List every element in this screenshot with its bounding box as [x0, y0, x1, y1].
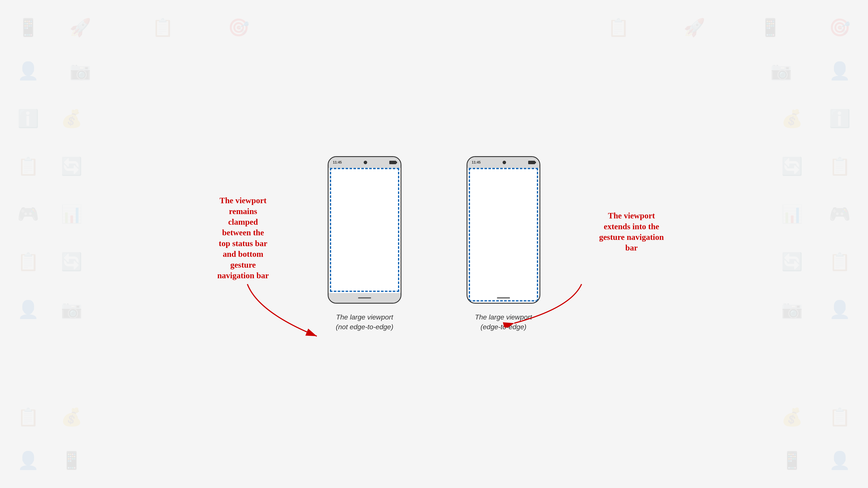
nav-handle-left — [358, 297, 371, 298]
diagram-container: The viewport remains clamped between the… — [328, 156, 540, 332]
viewport-right — [469, 168, 538, 301]
phone-right: 11:45 — [467, 156, 540, 304]
phone-left: 11:45 — [328, 156, 401, 304]
camera-left — [364, 161, 367, 164]
battery-left — [389, 161, 396, 164]
arrow-left — [241, 280, 332, 340]
camera-right — [503, 161, 506, 164]
caption-right: The large viewport (edge-to-edge) — [475, 312, 532, 332]
viewport-left — [330, 168, 399, 292]
time-left: 11:45 — [333, 161, 342, 164]
nav-handle-right — [497, 297, 510, 298]
battery-right — [528, 161, 535, 164]
main-content: The viewport remains clamped between the… — [0, 0, 868, 488]
time-right: 11:45 — [472, 161, 480, 164]
status-bar-right: 11:45 — [467, 157, 539, 168]
nav-bar-left — [329, 293, 401, 303]
phone-not-edge-to-edge-wrapper: The viewport remains clamped between the… — [328, 156, 401, 332]
annotation-right: The viewport extends into the gesture na… — [588, 210, 675, 253]
phone-edge-to-edge-wrapper: The viewport extends into the gesture na… — [467, 156, 540, 332]
annotation-left: The viewport remains clamped between the… — [202, 195, 284, 281]
nav-bar-right — [467, 293, 539, 303]
status-bar-left: 11:45 — [329, 157, 401, 168]
caption-left: The large viewport (not edge-to-edge) — [336, 312, 393, 332]
